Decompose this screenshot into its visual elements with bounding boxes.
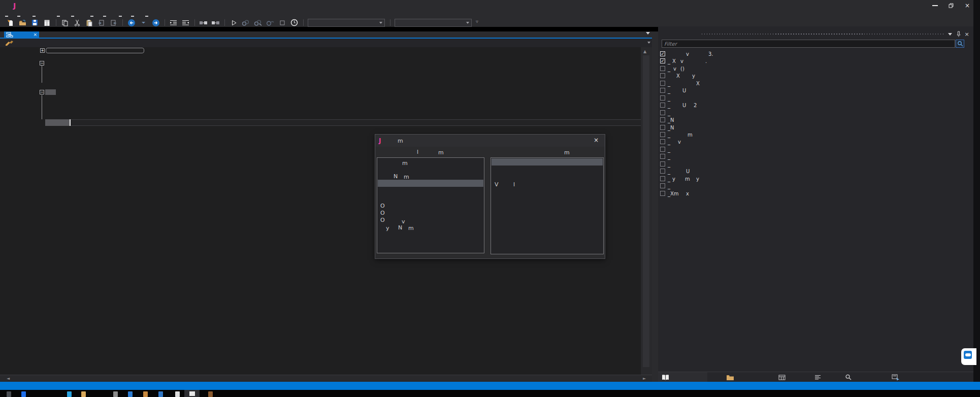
square-icon[interactable]: [278, 19, 286, 26]
panel-tab-list[interactable]: [812, 374, 823, 381]
checkbox[interactable]: [660, 147, 665, 152]
timeline-track[interactable]: [71, 119, 641, 126]
taskbar-app-icon[interactable]: [81, 391, 86, 397]
os-taskbar[interactable]: [0, 390, 980, 397]
back-icon[interactable]: [127, 19, 136, 26]
selected-row[interactable]: [378, 180, 483, 187]
connect-right-icon[interactable]: [211, 19, 220, 26]
checkbox[interactable]: [660, 117, 665, 122]
dialog-right-list[interactable]: Vl: [491, 157, 604, 254]
menu-bar[interactable]: [0, 13, 974, 18]
taskbar-app-icon[interactable]: [158, 391, 163, 397]
list-item[interactable]: _Xmx: [658, 190, 973, 197]
list-item[interactable]: _v: [658, 139, 973, 146]
checkbox[interactable]: [660, 73, 665, 78]
close-button[interactable]: ×: [961, 1, 974, 10]
panel-pin-icon[interactable]: [955, 30, 962, 38]
link-b-icon[interactable]: [253, 19, 262, 26]
vertical-scroll-thumb[interactable]: [643, 55, 649, 367]
checkbox[interactable]: [660, 154, 665, 159]
connect-left-icon[interactable]: [199, 19, 208, 26]
scroll-up-icon[interactable]: ▲: [643, 49, 646, 54]
checkbox[interactable]: ✓: [660, 58, 665, 63]
package-icon[interactable]: [43, 19, 51, 26]
tree-expander[interactable]: −: [40, 61, 44, 65]
panel-tab-search[interactable]: [843, 374, 853, 381]
edit-tool-icon[interactable]: [5, 40, 15, 46]
list-item[interactable]: _: [658, 146, 973, 153]
list-item[interactable]: _N: [658, 124, 973, 131]
docfwd-icon[interactable]: [109, 19, 118, 26]
filter-search-button[interactable]: [956, 40, 964, 48]
menu-item-remnant[interactable]: [145, 16, 148, 17]
list-item[interactable]: _v(): [658, 65, 973, 73]
node-filled-box[interactable]: [45, 119, 70, 126]
panel-close-icon[interactable]: ×: [963, 30, 970, 38]
list-item[interactable]: ✓_Xv.: [658, 58, 973, 65]
list-item[interactable]: _X: [658, 80, 973, 87]
panel-tab-book[interactable]: [660, 374, 670, 381]
checkbox[interactable]: [660, 125, 665, 130]
combobox-chevron-icon[interactable]: [379, 22, 382, 24]
docback-icon[interactable]: [97, 19, 106, 26]
checkbox[interactable]: [660, 139, 665, 144]
list-item[interactable]: _: [658, 95, 973, 102]
selected-row[interactable]: [492, 158, 603, 166]
checkbox[interactable]: [660, 169, 665, 174]
checkbox[interactable]: [660, 95, 665, 101]
scroll-right-icon[interactable]: ►: [643, 376, 646, 381]
horizontal-scrollbar[interactable]: ◄ ►: [0, 375, 652, 382]
newfile-icon[interactable]: [6, 19, 15, 26]
taskbar-app-icon[interactable]: [143, 391, 148, 397]
tab-close-icon[interactable]: ×: [33, 32, 37, 37]
outdent-icon[interactable]: [169, 19, 178, 26]
checkbox[interactable]: [660, 66, 665, 71]
checkbox[interactable]: [660, 132, 665, 137]
panel-menu-chevron-icon[interactable]: [946, 30, 954, 38]
menu-item-remnant[interactable]: [17, 16, 20, 17]
minimize-button[interactable]: [928, 1, 941, 10]
checkbox[interactable]: ✓: [660, 51, 665, 56]
checkbox[interactable]: [660, 176, 665, 181]
list-item[interactable]: _ymy: [658, 176, 973, 183]
node-filled-box[interactable]: [45, 89, 56, 95]
menu-item-remnant[interactable]: [71, 16, 74, 17]
run-icon[interactable]: [229, 19, 238, 26]
checkbox[interactable]: [660, 191, 665, 196]
list-item[interactable]: _U2: [658, 102, 973, 109]
taskbar-active-app[interactable]: [184, 390, 200, 397]
checkbox[interactable]: [660, 88, 665, 93]
combobox-chevron-icon[interactable]: [466, 22, 469, 24]
taskbar-app-icon[interactable]: [128, 391, 133, 397]
filter-input[interactable]: [662, 40, 955, 48]
cut-icon[interactable]: [73, 19, 81, 26]
menu-item-remnant[interactable]: [131, 16, 134, 17]
tree-expander[interactable]: +: [40, 48, 45, 53]
menu-item-remnant[interactable]: [57, 16, 60, 17]
taskbar-app-icon[interactable]: [208, 391, 213, 397]
openfolder-icon[interactable]: [18, 19, 27, 26]
menu-item-remnant[interactable]: [103, 16, 106, 17]
taskbar-app-icon[interactable]: [21, 391, 26, 397]
forward-icon[interactable]: [151, 19, 160, 26]
remote-support-bubble[interactable]: [961, 348, 976, 365]
list-item[interactable]: _: [658, 153, 973, 160]
paste-icon[interactable]: [85, 19, 93, 26]
taskbar-app-icon[interactable]: [113, 391, 118, 397]
panel-tab-folder[interactable]: [725, 374, 735, 381]
list-item[interactable]: _N: [658, 117, 973, 124]
list-item[interactable]: ✓v3.: [658, 51, 973, 58]
checkbox[interactable]: [660, 103, 665, 108]
menu-item-remnant[interactable]: [90, 16, 93, 17]
menu-item-remnant[interactable]: [32, 16, 36, 17]
checkbox[interactable]: [660, 161, 665, 167]
timer-icon[interactable]: [290, 19, 299, 26]
dialog-close-icon[interactable]: ×: [594, 137, 599, 144]
list-item[interactable]: _: [658, 110, 973, 117]
taskbar-app-icon[interactable]: [67, 391, 72, 397]
link-a-icon[interactable]: [241, 19, 250, 26]
list-item[interactable]: _U: [658, 87, 973, 94]
menu-item-remnant[interactable]: [5, 16, 8, 17]
list-item[interactable]: _: [658, 161, 973, 168]
list-item[interactable]: Xy: [658, 73, 973, 80]
